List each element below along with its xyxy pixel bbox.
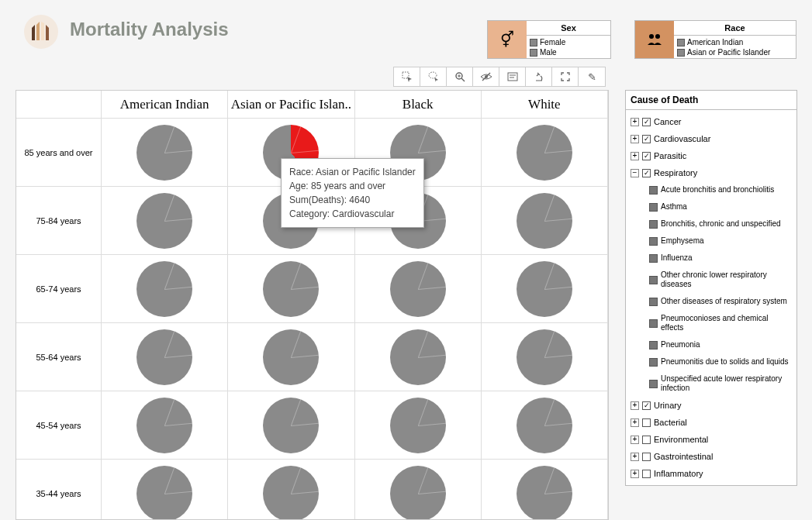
- checkbox[interactable]: [649, 186, 658, 195]
- pie-chart-icon[interactable]: [517, 125, 572, 181]
- pie-cell[interactable]: [482, 323, 608, 391]
- pie-cell[interactable]: [355, 391, 482, 460]
- pie-cell[interactable]: [482, 391, 608, 460]
- pie-chart-icon[interactable]: [263, 398, 319, 453]
- tree-group[interactable]: +Gastrointestinal: [626, 448, 796, 465]
- tree-group[interactable]: +Parasitic: [626, 147, 796, 164]
- pie-cell[interactable]: [102, 460, 228, 520]
- pie-chart-icon[interactable]: [136, 329, 192, 385]
- pie-chart-icon[interactable]: [517, 193, 572, 249]
- tree-group[interactable]: −Respiratory: [626, 164, 796, 181]
- filter-sex-item[interactable]: Female: [530, 37, 607, 47]
- checkbox[interactable]: [642, 436, 651, 444]
- expand-icon[interactable]: +: [631, 418, 639, 427]
- edit-icon[interactable]: ✎: [579, 67, 605, 86]
- tree-group[interactable]: +Urinary: [626, 397, 796, 414]
- expand-icon[interactable]: +: [631, 401, 639, 410]
- filter-race[interactable]: Race American Indian Asian or Pacific Is…: [634, 20, 796, 59]
- tree-child[interactable]: Acute bronchitis and bronchiolitis: [626, 181, 796, 198]
- pie-chart-icon[interactable]: [390, 398, 446, 453]
- marquee-select-icon[interactable]: [394, 67, 420, 86]
- checkbox[interactable]: [642, 453, 651, 461]
- checkbox[interactable]: [649, 220, 658, 229]
- tree-child[interactable]: Pneumonitis due to solids and liquids: [626, 353, 796, 370]
- expand-icon[interactable]: +: [631, 152, 639, 160]
- expand-icon[interactable]: +: [631, 470, 639, 478]
- expand-icon[interactable]: +: [631, 135, 639, 143]
- pie-chart-icon[interactable]: [517, 466, 572, 521]
- pie-cell[interactable]: [228, 460, 354, 520]
- pie-cell[interactable]: [355, 255, 482, 323]
- label-icon[interactable]: [499, 67, 526, 86]
- pie-cell[interactable]: [355, 323, 482, 391]
- tree-child[interactable]: Influenza: [626, 250, 796, 267]
- checkbox[interactable]: [642, 470, 651, 478]
- pie-cell[interactable]: [102, 255, 228, 323]
- tree-group[interactable]: +Cardiovascular: [626, 130, 796, 147]
- pie-chart-icon[interactable]: [136, 193, 192, 249]
- checkbox[interactable]: [642, 418, 651, 427]
- pie-chart-icon[interactable]: [390, 329, 446, 385]
- pie-chart-icon[interactable]: [263, 261, 319, 317]
- checkbox[interactable]: [642, 118, 651, 126]
- pie-cell[interactable]: [102, 119, 228, 187]
- tree-child[interactable]: Emphysema: [626, 232, 796, 250]
- pie-cell[interactable]: [355, 460, 482, 520]
- pie-chart-icon[interactable]: [517, 261, 572, 317]
- pie-chart-icon[interactable]: [390, 261, 446, 317]
- tree-group[interactable]: +Cancer: [626, 113, 796, 130]
- pie-cell[interactable]: [482, 460, 608, 520]
- pie-cell[interactable]: [482, 119, 608, 187]
- checkbox[interactable]: [642, 152, 651, 160]
- filter-sex-item[interactable]: Male: [530, 47, 607, 57]
- collapse-icon[interactable]: −: [631, 169, 639, 177]
- checkbox[interactable]: [649, 298, 658, 306]
- tree-group[interactable]: +Environmental: [626, 431, 796, 448]
- pie-cell[interactable]: [102, 323, 228, 391]
- tree-group[interactable]: +Inflammatory: [626, 465, 796, 482]
- checkbox[interactable]: [649, 380, 658, 388]
- checkbox[interactable]: [649, 203, 658, 212]
- expand-icon[interactable]: +: [631, 453, 639, 461]
- pie-chart-icon[interactable]: [390, 466, 446, 521]
- filter-race-item[interactable]: Asian or Pacific Islander: [677, 47, 793, 57]
- filter-race-item[interactable]: American Indian: [677, 37, 793, 47]
- pie-chart-icon[interactable]: [517, 398, 572, 453]
- checkbox[interactable]: [649, 358, 658, 367]
- tree-child[interactable]: Unspecified acute lower respiratory infe…: [626, 370, 796, 397]
- pie-cell[interactable]: [102, 391, 228, 460]
- pie-chart-icon[interactable]: [136, 261, 192, 317]
- checkbox[interactable]: [642, 135, 651, 143]
- pie-cell[interactable]: [228, 391, 354, 460]
- expand-icon[interactable]: +: [631, 118, 639, 126]
- checkbox[interactable]: [649, 341, 658, 350]
- checkbox[interactable]: [649, 237, 658, 246]
- pie-cell[interactable]: [482, 187, 608, 255]
- tree-child[interactable]: Other diseases of respiratory system: [626, 293, 796, 310]
- tree-child[interactable]: Pneumonia: [626, 336, 796, 353]
- lasso-select-icon[interactable]: [420, 67, 447, 86]
- checkbox[interactable]: [649, 254, 658, 263]
- expand-icon[interactable]: +: [631, 436, 639, 444]
- filter-sex[interactable]: ⚥ Sex Female Male: [487, 20, 611, 59]
- zoom-in-icon[interactable]: [447, 67, 473, 86]
- checkbox[interactable]: [649, 276, 658, 284]
- tree-child[interactable]: Asthma: [626, 198, 796, 215]
- tree-child[interactable]: Bronchitis, chronic and unspecified: [626, 215, 796, 232]
- pie-chart-icon[interactable]: [136, 466, 192, 521]
- pie-chart-icon[interactable]: [517, 329, 572, 385]
- checkbox[interactable]: [642, 401, 651, 410]
- pie-cell[interactable]: [482, 255, 608, 323]
- microscope-icon[interactable]: [526, 67, 552, 86]
- pie-chart-icon[interactable]: [263, 466, 319, 521]
- expand-icon[interactable]: [552, 67, 579, 86]
- tree-group[interactable]: +Bacterial: [626, 414, 796, 431]
- tree-child[interactable]: Pneumoconioses and chemical effects: [626, 310, 796, 336]
- pie-chart-icon[interactable]: [263, 329, 319, 385]
- pie-cell[interactable]: [102, 187, 228, 255]
- checkbox[interactable]: [649, 319, 658, 328]
- pie-cell[interactable]: [228, 323, 354, 391]
- pie-chart-icon[interactable]: [136, 125, 192, 181]
- pie-cell[interactable]: [228, 255, 354, 323]
- checkbox[interactable]: [642, 169, 651, 177]
